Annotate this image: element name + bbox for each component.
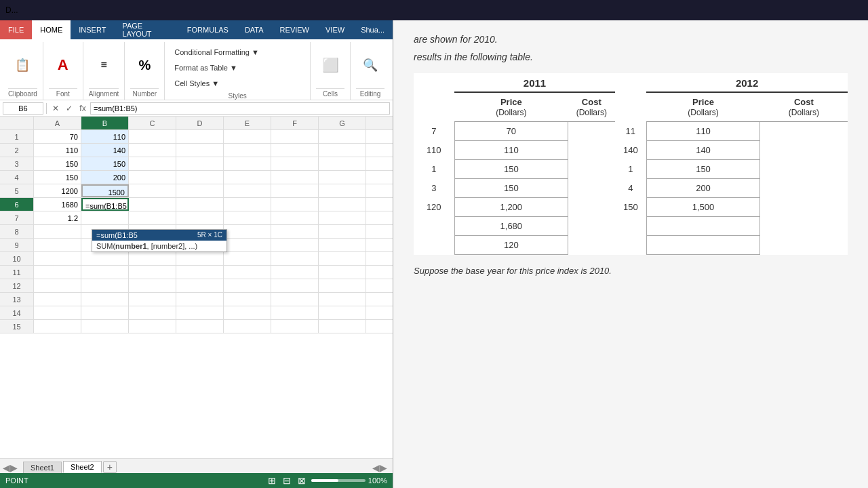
cell-c5[interactable] [129, 184, 176, 197]
clipboard-icon: 📋 [13, 56, 32, 75]
cell-a4[interactable]: 150 [34, 171, 81, 184]
grid-body: 1 70 110 2 110 140 [0, 130, 393, 458]
cell-f7[interactable] [271, 211, 319, 224]
cell-e2[interactable] [224, 144, 271, 157]
scroll-left-button[interactable]: ◀ [372, 462, 380, 473]
tab-view[interactable]: VIEW [317, 20, 353, 39]
cell-a2[interactable]: 110 [34, 144, 81, 157]
sheet-tab-sheet1[interactable]: Sheet1 [23, 462, 62, 473]
table-row: 2 110 140 [0, 144, 393, 157]
cell-b4[interactable]: 200 [81, 171, 129, 184]
cell-f4[interactable] [271, 171, 319, 184]
tab-formulas[interactable]: FORMULAS [179, 20, 237, 39]
cell-a7[interactable]: 1.2 [34, 211, 81, 224]
cell-b7[interactable] [81, 211, 129, 224]
cell-b2[interactable]: 140 [81, 144, 129, 157]
cell-e1[interactable] [224, 130, 271, 143]
cell-f1[interactable] [271, 130, 319, 143]
top-intro-text: are shown for 2010. [414, 34, 848, 45]
cell-c2[interactable] [129, 144, 176, 157]
cell-c7[interactable] [129, 211, 176, 224]
tab-insert[interactable]: INSERT [71, 20, 114, 39]
cells-button[interactable]: ⬜ [316, 53, 344, 77]
cell-a1[interactable]: 70 [34, 130, 81, 143]
cost-val-b12: 110 [646, 122, 760, 141]
cell-b5[interactable]: 1500 [81, 184, 129, 197]
confirm-formula-button[interactable]: ✓ [63, 102, 75, 115]
cell-d1[interactable] [176, 130, 224, 143]
th-cost-2011: Cost(Dollars) [568, 92, 615, 122]
alignment-button[interactable]: ≡ [90, 53, 118, 77]
cell-f5[interactable] [271, 184, 319, 197]
cell-f6[interactable] [271, 198, 319, 211]
number-button[interactable]: % [130, 53, 159, 77]
tab-file[interactable]: FILE [0, 20, 32, 39]
cell-b3[interactable]: 150 [81, 157, 129, 170]
cell-d6[interactable] [176, 198, 224, 211]
sheet-scroll-right[interactable]: ▶ [10, 462, 18, 473]
cell-d5[interactable] [176, 184, 224, 197]
page-layout-view-button[interactable]: ⊟ [281, 475, 292, 486]
tab-home[interactable]: HOME [32, 20, 71, 39]
tab-page-layout[interactable]: PAGE LAYOUT [114, 20, 178, 39]
col-header-c: C [129, 117, 176, 129]
cell-e3[interactable] [224, 157, 271, 170]
cell-a5[interactable]: 1200 [34, 184, 81, 197]
cell-c4[interactable] [129, 171, 176, 184]
cell-c1[interactable] [129, 130, 176, 143]
cell-e7[interactable] [224, 211, 271, 224]
cell-g4[interactable] [319, 171, 366, 184]
alignment-buttons: ≡ [90, 42, 118, 88]
alignment-label: Alignment [89, 88, 119, 100]
cell-c6[interactable] [129, 198, 176, 211]
cell-c3[interactable] [129, 157, 176, 170]
cell-g6[interactable] [319, 198, 366, 211]
cell-styles-button[interactable]: Cell Styles ▼ [169, 77, 224, 89]
cell-d3[interactable] [176, 157, 224, 170]
cell-reference-box[interactable] [3, 102, 43, 115]
cell-a6[interactable]: 1680 [34, 198, 81, 211]
zoom-slider[interactable] [311, 479, 366, 482]
cell-e5[interactable] [224, 184, 271, 197]
th-price-2012: Price(Dollars) [646, 92, 760, 122]
cell-g2[interactable] [319, 144, 366, 157]
sheet-scroll-left[interactable]: ◀ [3, 462, 10, 473]
sheet-nav: ◀ ▶ [3, 462, 18, 473]
cell-g3[interactable] [319, 157, 366, 170]
row-num-1: 1 [0, 130, 34, 143]
clipboard-button[interactable]: 📋 [8, 53, 37, 77]
font-button[interactable]: A [49, 53, 77, 77]
cell-g1[interactable] [319, 130, 366, 143]
formula-input[interactable] [90, 102, 390, 115]
scroll-right-button[interactable]: ▶ [380, 462, 387, 473]
normal-view-button[interactable]: ⊞ [267, 475, 277, 486]
cell-g5[interactable] [319, 184, 366, 197]
cell-g7[interactable] [319, 211, 366, 224]
cell-b1[interactable]: 110 [81, 130, 129, 143]
cell-e4[interactable] [224, 171, 271, 184]
tab-account[interactable]: Shua... [353, 20, 393, 39]
cell-d7[interactable] [176, 211, 224, 224]
cancel-formula-button[interactable]: ✕ [50, 102, 62, 115]
sheet-tab-sheet2[interactable]: Sheet2 [63, 461, 102, 473]
format-as-table-button[interactable]: Format as Table ▼ [169, 62, 243, 74]
cost-val-b42: 200 [646, 179, 760, 198]
cell-a3[interactable]: 150 [34, 157, 81, 170]
cell-d2[interactable] [176, 144, 224, 157]
price-qty-a32: 1 [615, 160, 646, 179]
cell-b6[interactable]: =sum(B1:B5 [81, 198, 129, 211]
cell-e6[interactable] [224, 198, 271, 211]
editing-button[interactable]: 🔍 [356, 53, 384, 77]
data-table: 2011 2012 Price(Dollars) Cost(Dollars) P… [414, 73, 848, 255]
add-sheet-button[interactable]: + [103, 461, 117, 473]
cells-buttons: ⬜ [316, 42, 344, 88]
page-break-view-button[interactable]: ⊠ [296, 475, 307, 486]
tab-review[interactable]: REVIEW [272, 20, 317, 39]
cell-f3[interactable] [271, 157, 319, 170]
edit-mode-label: POINT [5, 476, 28, 485]
insert-function-button[interactable]: fx [77, 102, 89, 115]
cell-d4[interactable] [176, 171, 224, 184]
cell-f2[interactable] [271, 144, 319, 157]
tab-data[interactable]: DATA [237, 20, 272, 39]
conditional-formatting-button[interactable]: Conditional Formatting ▼ [169, 46, 264, 58]
